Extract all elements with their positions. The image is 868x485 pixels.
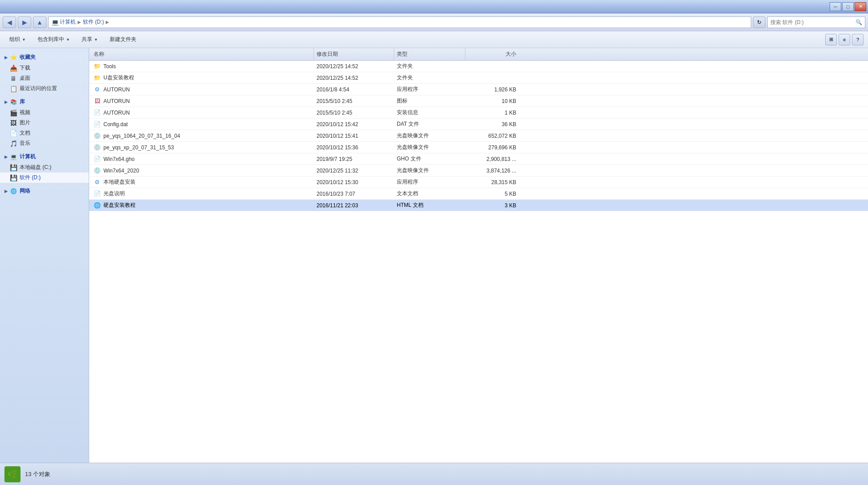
file-icon: 📁	[94, 74, 101, 82]
table-row[interactable]: 📄 Config.dat 2020/10/12 15:42 DAT 文件 36 …	[89, 119, 868, 130]
titlebar-buttons: ─ □ ✕	[830, 2, 866, 11]
file-name-cell: 💿 Win7x64_2020	[91, 167, 314, 174]
share-button[interactable]: 共享 ▼	[77, 33, 103, 46]
file-type-cell: 光盘映像文件	[394, 144, 465, 151]
address-path[interactable]: 💻 计算机 ▶ 软件 (D:) ▶	[48, 16, 751, 28]
file-type-cell: HTML 文档	[394, 201, 465, 209]
sidebar-item-documents[interactable]: 📄 文档	[0, 128, 89, 138]
file-type-cell: 文件夹	[394, 74, 465, 82]
table-row[interactable]: 💿 Win7x64_2020 2020/12/25 11:32 光盘映像文件 3…	[89, 165, 868, 177]
file-type: 应用程序	[397, 86, 418, 93]
add-to-library-dropdown-icon: ▼	[66, 37, 70, 42]
back-button[interactable]: ◀	[3, 16, 16, 28]
sidebar-item-video[interactable]: 🎬 视频	[0, 107, 89, 118]
path-drive-d[interactable]: 软件 (D:)	[83, 18, 104, 26]
table-row[interactable]: 📄 光盘说明 2016/10/23 7:07 文本文档 5 KB	[89, 188, 868, 200]
close-button[interactable]: ✕	[855, 2, 866, 11]
toolbar-right: ⊞ ≡ ?	[825, 34, 864, 45]
search-box[interactable]: 🔍	[767, 16, 865, 28]
table-row[interactable]: ⚙ AUTORUN 2016/1/8 4:54 应用程序 1,926 KB	[89, 84, 868, 95]
drive-d-icon: 💾	[10, 174, 17, 181]
file-type: 文本文档	[397, 190, 418, 197]
file-date: 2020/12/25 14:52	[317, 75, 358, 81]
organize-button[interactable]: 组织 ▼	[4, 33, 31, 46]
file-date: 2020/10/12 15:36	[317, 144, 358, 151]
sidebar-section-favorites-header[interactable]: ▶ ⭐ 收藏夹	[0, 52, 89, 63]
file-type: 光盘映像文件	[397, 167, 429, 174]
sidebar-item-drive-c[interactable]: 💾 本地磁盘 (C:)	[0, 162, 89, 173]
sidebar-item-music[interactable]: 🎵 音乐	[0, 138, 89, 148]
file-type-cell: 光盘映像文件	[394, 167, 465, 174]
new-folder-button[interactable]: 新建文件夹	[105, 33, 141, 46]
file-icon: 📄	[94, 121, 101, 128]
sidebar-item-drive-d[interactable]: 💾 软件 (D:)	[0, 173, 89, 183]
minimize-button[interactable]: ─	[830, 2, 841, 11]
col-header-size[interactable]: 大小	[465, 48, 519, 60]
file-date: 2020/12/25 11:32	[317, 168, 358, 174]
file-type: 图标	[397, 97, 407, 105]
file-size-cell: 28,315 KB	[465, 179, 519, 185]
file-type-cell: 应用程序	[394, 178, 465, 186]
table-row[interactable]: 💿 pe_yqs_1064_20_07_31_16_04 2020/10/12 …	[89, 130, 868, 142]
sidebar-item-recent[interactable]: 📋 最近访问的位置	[0, 83, 89, 94]
search-icon[interactable]: 🔍	[856, 19, 862, 25]
file-size-cell: 3,874,126 ...	[465, 168, 519, 174]
table-row[interactable]: 📁 U盘安装教程 2020/12/25 14:52 文件夹	[89, 72, 868, 84]
sidebar-item-downloads[interactable]: 📥 下载	[0, 63, 89, 73]
downloads-icon: 📥	[10, 65, 17, 72]
col-header-name[interactable]: 名称	[91, 48, 314, 60]
table-row[interactable]: 💿 pe_yqs_xp_20_07_31_15_53 2020/10/12 15…	[89, 142, 868, 153]
file-name: Win7x64.gho	[103, 156, 135, 162]
file-size-cell: 1,926 KB	[465, 86, 519, 93]
file-date: 2016/1/8 4:54	[317, 86, 349, 93]
table-row[interactable]: 📄 Win7x64.gho 2019/9/7 19:25 GHO 文件 2,90…	[89, 153, 868, 165]
toolbar: 组织 ▼ 包含到库中 ▼ 共享 ▼ 新建文件夹 ⊞ ≡ ?	[0, 31, 868, 48]
forward-button[interactable]: ▶	[18, 16, 31, 28]
pictures-icon: 🖼	[10, 119, 17, 127]
table-row[interactable]: 🌐 硬盘安装教程 2016/11/21 22:03 HTML 文档 3 KB	[89, 200, 868, 211]
table-row[interactable]: 🖼 AUTORUN 2015/5/10 2:45 图标 10 KB	[89, 95, 868, 107]
sidebar-section-library: ▶ 📚 库 🎬 视频 🖼 图片 📄 文档 🎵 音乐	[0, 96, 89, 148]
file-type: 光盘映像文件	[397, 144, 429, 151]
sidebar-section-computer-header[interactable]: ▶ 💻 计算机	[0, 151, 89, 162]
sidebar-item-desktop[interactable]: 🖥 桌面	[0, 73, 89, 83]
table-row[interactable]: 📁 Tools 2020/12/25 14:52 文件夹	[89, 61, 868, 72]
file-icon: 📄	[94, 156, 101, 163]
file-date-cell: 2016/1/8 4:54	[314, 86, 394, 93]
drive-c-icon: 💾	[10, 164, 17, 171]
file-name-cell: 📄 AUTORUN	[91, 109, 314, 116]
computer-triangle-icon: ▶	[4, 155, 8, 159]
maximize-button[interactable]: □	[842, 2, 854, 11]
computer-icon: 💻	[10, 154, 17, 160]
view-toggle-button[interactable]: ⊞	[825, 34, 837, 45]
file-name: Tools	[103, 63, 116, 70]
file-type-cell: GHO 文件	[394, 155, 465, 163]
file-date-cell: 2015/5/10 2:45	[314, 110, 394, 116]
view-details-button[interactable]: ≡	[839, 34, 850, 45]
col-header-date[interactable]: 修改日期	[314, 48, 394, 60]
file-name-cell: 📁 Tools	[91, 63, 314, 70]
sidebar-section-network-header[interactable]: ▶ 🌐 网络	[0, 185, 89, 197]
table-row[interactable]: 📄 AUTORUN 2015/5/10 2:45 安装信息 1 KB	[89, 107, 868, 119]
path-computer[interactable]: 💻 计算机	[51, 18, 76, 26]
music-icon: 🎵	[10, 140, 17, 147]
file-icon: 📁	[94, 63, 101, 70]
file-date-cell: 2016/11/21 22:03	[314, 202, 394, 209]
sidebar-section-library-header[interactable]: ▶ 📚 库	[0, 96, 89, 107]
file-date-cell: 2020/12/25 14:52	[314, 63, 394, 70]
help-button[interactable]: ?	[852, 34, 864, 45]
file-size: 28,315 KB	[491, 179, 516, 185]
col-header-type[interactable]: 类型	[394, 48, 465, 60]
sidebar-item-pictures[interactable]: 🖼 图片	[0, 118, 89, 128]
up-button[interactable]: ▲	[33, 16, 46, 28]
network-triangle-icon: ▶	[4, 189, 8, 193]
file-type-cell: 文本文档	[394, 190, 465, 197]
table-row[interactable]: ⚙ 本地硬盘安装 2020/10/12 15:30 应用程序 28,315 KB	[89, 177, 868, 188]
file-name: 光盘说明	[103, 190, 125, 197]
search-input[interactable]	[770, 19, 856, 25]
share-dropdown-icon: ▼	[94, 37, 98, 42]
file-list: 📁 Tools 2020/12/25 14:52 文件夹 📁 U盘安装教程 20…	[89, 61, 868, 211]
add-to-library-button[interactable]: 包含到库中 ▼	[33, 33, 75, 46]
file-type: HTML 文档	[397, 201, 424, 209]
refresh-button[interactable]: ↻	[753, 16, 765, 28]
